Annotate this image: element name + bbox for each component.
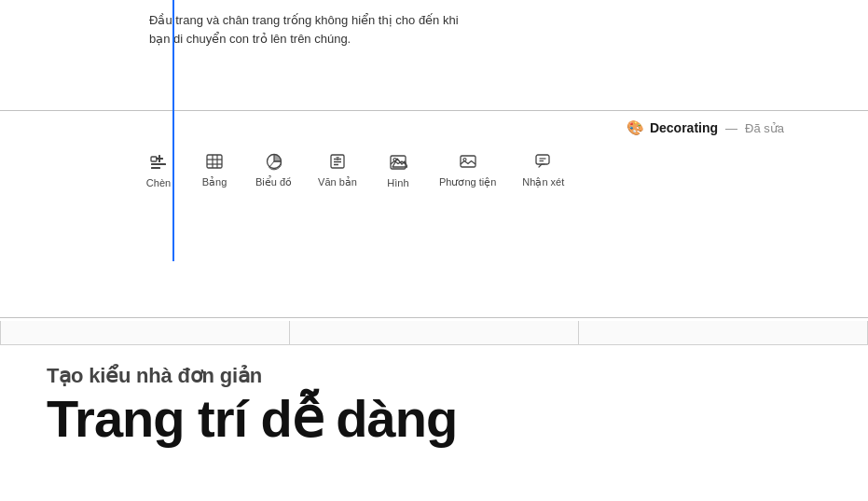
svg-rect-22 bbox=[536, 155, 549, 164]
title-text: Trang trí dễ dàng bbox=[47, 392, 821, 447]
doc-separator: — bbox=[725, 121, 737, 135]
insert-icon bbox=[149, 153, 168, 174]
doc-icon: 🎨 bbox=[627, 119, 644, 136]
doc-title-bar: 🎨 Decorating — Đã sửa bbox=[627, 119, 784, 136]
doc-status: Đã sửa bbox=[745, 121, 784, 135]
svg-point-21 bbox=[463, 159, 466, 161]
toolbar-label-media: Phương tiện bbox=[439, 176, 496, 188]
shape-icon bbox=[389, 153, 407, 174]
toolbar-item-media[interactable]: Phương tiện bbox=[426, 148, 509, 192]
toolbar-item-insert[interactable]: Chèn bbox=[131, 149, 186, 192]
toolbar-item-shape[interactable]: Hình bbox=[370, 149, 426, 192]
subtitle-text: Tạo kiểu nhà đơn giản bbox=[47, 364, 821, 388]
footer-col-1 bbox=[0, 321, 290, 345]
toolbar-label-text: Văn bản bbox=[318, 176, 357, 188]
toolbar-label-comment: Nhận xét bbox=[522, 176, 564, 188]
tooltip-text: Đầu trang và chân trang trống không hiển… bbox=[149, 13, 459, 46]
toolbar-label-table: Bảng bbox=[202, 176, 227, 188]
footer-columns bbox=[0, 321, 868, 345]
svg-point-19 bbox=[393, 158, 396, 160]
page-container: Đầu trang và chân trang trống không hiển… bbox=[0, 0, 868, 501]
svg-text:T: T bbox=[336, 156, 339, 161]
toolbar-item-text[interactable]: T Văn bản bbox=[305, 148, 370, 192]
chart-icon bbox=[265, 152, 283, 174]
tooltip-area: Đầu trang và chân trang trống không hiển… bbox=[149, 11, 466, 49]
footer-col-3 bbox=[579, 321, 868, 345]
toolbar-label-shape: Hình bbox=[387, 177, 408, 188]
doc-name: Decorating bbox=[650, 120, 718, 135]
toolbar-item-comment[interactable]: Nhận xét bbox=[509, 148, 577, 192]
text-icon: T bbox=[328, 152, 347, 174]
svg-rect-5 bbox=[207, 155, 222, 168]
table-icon bbox=[205, 152, 224, 174]
footer-rule bbox=[0, 317, 868, 318]
toolbar-item-chart[interactable]: Biểu đồ bbox=[242, 148, 305, 192]
svg-rect-4 bbox=[156, 158, 163, 160]
toolbar-item-table[interactable]: Bảng bbox=[186, 148, 242, 192]
toolbar: Chèn Bảng bbox=[131, 143, 812, 198]
comment-icon bbox=[534, 152, 553, 174]
toolbar-label-insert: Chèn bbox=[146, 177, 171, 188]
cursor-line bbox=[172, 0, 174, 261]
svg-rect-20 bbox=[461, 156, 475, 167]
toolbar-label-chart: Biểu đồ bbox=[255, 176, 292, 188]
footer-col-2 bbox=[290, 321, 579, 345]
media-icon bbox=[459, 152, 477, 174]
header-rule bbox=[0, 110, 868, 111]
main-content: Tạo kiểu nhà đơn giản Trang trí dễ dàng bbox=[47, 364, 821, 447]
svg-rect-2 bbox=[151, 167, 160, 169]
svg-rect-1 bbox=[151, 163, 166, 165]
